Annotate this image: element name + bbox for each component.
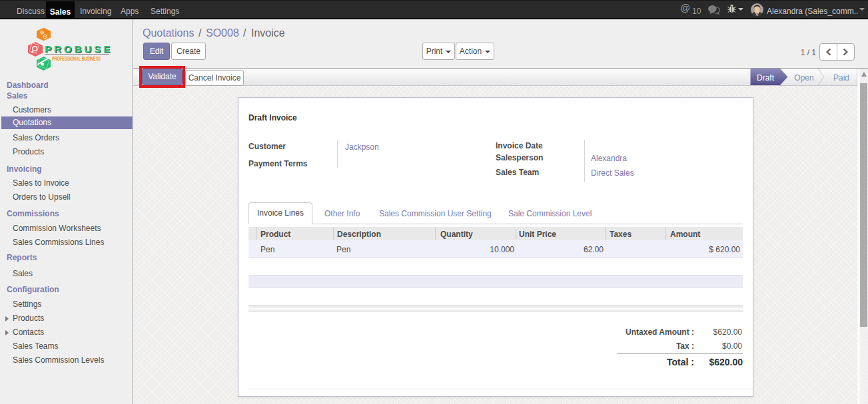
svg-text:Paid: Paid (833, 73, 849, 83)
svg-text:PROFESSIONAL BUSINESS: PROFESSIONAL BUSINESS (52, 56, 101, 62)
svg-text:Draft: Draft (757, 73, 775, 83)
svg-text:PROBUSE: PROBUSE (45, 43, 113, 55)
svg-text:Open: Open (794, 73, 813, 83)
